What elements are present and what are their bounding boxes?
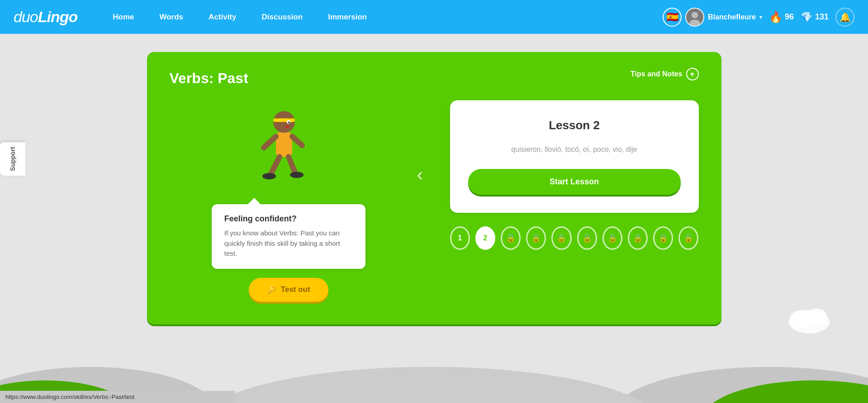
nav-activity[interactable]: Activity: [196, 0, 249, 34]
dot-3[interactable]: 🔒: [501, 226, 521, 250]
svg-line-17: [264, 136, 276, 148]
runner-character: [243, 100, 334, 200]
gems-count: 131: [815, 12, 829, 22]
chevron-down-icon: ▾: [759, 14, 762, 20]
svg-point-2: [689, 19, 700, 27]
svg-point-10: [805, 309, 827, 327]
plus-circle-icon: +: [686, 68, 699, 80]
svg-line-19: [270, 157, 280, 175]
gem-icon: 💎: [801, 11, 813, 23]
language-flag: 🇪🇸: [663, 8, 682, 27]
tips-notes-label: Tips and Notes: [631, 70, 682, 78]
confidence-text: If you know about Verbs: Past you can qu…: [224, 228, 353, 259]
lock-icon: 🔒: [633, 233, 643, 243]
card-body: Feeling confident? If you know about Ver…: [170, 100, 699, 302]
lock-icon: 🔒: [582, 233, 592, 243]
support-tab[interactable]: Support: [0, 142, 25, 176]
main-content: Support Verbs: Past Tips and Notes +: [0, 34, 868, 403]
confidence-box: Feeling confident? If you know about Ver…: [212, 204, 365, 269]
nav-words[interactable]: Words: [147, 0, 196, 34]
lock-icon: 🔒: [658, 233, 668, 243]
svg-point-22: [290, 172, 304, 178]
svg-line-18: [292, 136, 302, 145]
dot-9[interactable]: 🔒: [653, 226, 673, 250]
test-out-button[interactable]: 🔑 Test out: [249, 278, 328, 302]
avatar: [685, 8, 704, 27]
svg-point-15: [288, 122, 290, 123]
nav-immersion[interactable]: Immersion: [315, 0, 379, 34]
nav-home[interactable]: Home: [100, 0, 147, 34]
prev-arrow[interactable]: ‹: [417, 164, 422, 185]
tips-notes-button[interactable]: Tips and Notes +: [631, 68, 698, 80]
right-section: Lesson 2 quisieron, llovió, tocó, oí, po…: [450, 100, 699, 250]
header-right: 🇪🇸 Blanchefleure ▾ 🔥 96 💎 131 🔔: [663, 8, 854, 27]
svg-point-16: [285, 125, 289, 128]
flame-icon: 🔥: [769, 11, 783, 23]
lock-icon: 🔒: [506, 233, 516, 243]
streak-count: 96: [785, 12, 794, 22]
gems-badge: 💎 131: [801, 11, 829, 23]
start-lesson-button[interactable]: Start Lesson: [468, 169, 681, 195]
lesson-number: Lesson 2: [468, 118, 681, 132]
main-nav: Home Words Activity Discussion Immersion: [100, 0, 663, 34]
dot-6[interactable]: 🔒: [577, 226, 597, 250]
svg-point-5: [204, 367, 656, 403]
svg-point-1: [692, 12, 698, 18]
test-out-label: Test out: [281, 285, 310, 294]
dot-2[interactable]: 2: [475, 226, 495, 250]
dot-10[interactable]: 🔒: [678, 226, 698, 250]
lock-icon: 🔒: [556, 233, 566, 243]
confidence-title: Feeling confident?: [224, 214, 353, 224]
svg-point-21: [262, 173, 276, 179]
user-profile[interactable]: 🇪🇸 Blanchefleure ▾: [663, 8, 762, 27]
dot-5[interactable]: 🔒: [551, 226, 571, 250]
lock-icon: 🔒: [607, 233, 617, 243]
status-url: https://www.duolingo.com/skill/es/Verbs:…: [5, 394, 134, 400]
header: duoLingo Home Words Activity Discussion …: [0, 0, 868, 34]
lesson-words: quisieron, llovió, tocó, oí, poco, vio, …: [468, 144, 681, 155]
nav-discussion[interactable]: Discussion: [249, 0, 316, 34]
lesson-panel: Lesson 2 quisieron, llovió, tocó, oí, po…: [450, 100, 699, 213]
dot-4[interactable]: 🔒: [526, 226, 546, 250]
lesson-title: Verbs: Past: [170, 70, 699, 87]
notifications-button[interactable]: 🔔: [835, 8, 854, 27]
lock-icon: 🔒: [531, 233, 541, 243]
lock-icon: 🔒: [683, 233, 693, 243]
dot-1[interactable]: 1: [450, 226, 470, 250]
key-icon: 🔑: [267, 285, 276, 295]
dot-8[interactable]: 🔒: [628, 226, 648, 250]
cloud-decoration: [787, 302, 832, 335]
progress-dots: 1 2 🔒 🔒 🔒 🔒 🔒 🔒 🔒 🔒: [450, 226, 699, 250]
username: Blanchefleure: [708, 13, 756, 21]
left-section: Feeling confident? If you know about Ver…: [170, 100, 408, 302]
dot-7[interactable]: 🔒: [602, 226, 622, 250]
status-bar: https://www.duolingo.com/skill/es/Verbs:…: [0, 391, 235, 403]
svg-rect-13: [273, 118, 295, 122]
lesson-card: Verbs: Past Tips and Notes +: [147, 52, 721, 324]
streak-badge: 🔥 96: [769, 11, 794, 23]
svg-line-20: [289, 157, 295, 173]
logo[interactable]: duoLingo: [14, 8, 77, 26]
